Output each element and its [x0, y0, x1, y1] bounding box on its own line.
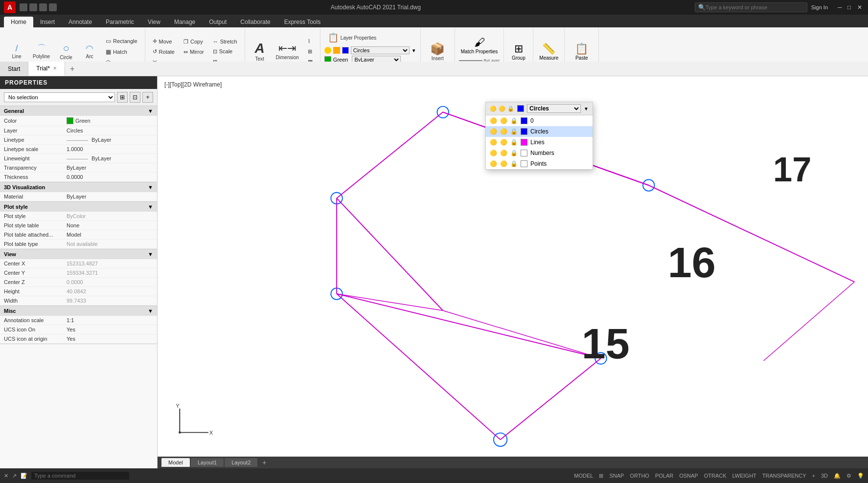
- table-btn[interactable]: ⊞: [304, 47, 316, 56]
- section-view-header[interactable]: View ▼: [0, 249, 157, 259]
- tab-insert[interactable]: Insert: [33, 17, 62, 27]
- plot-attached-value[interactable]: Model: [64, 230, 157, 239]
- material-value[interactable]: ByLayer: [64, 192, 157, 201]
- maximize-btn[interactable]: □: [847, 4, 854, 11]
- status-x-icon[interactable]: ✕: [4, 473, 8, 479]
- ann-scale-value[interactable]: 1:1: [64, 316, 157, 325]
- osnap-btn[interactable]: OSNAP: [679, 473, 698, 479]
- dimension-btn[interactable]: ⇤⇥ Dimension: [273, 41, 302, 62]
- selection-dropdown[interactable]: No selection: [4, 92, 115, 102]
- measure-btn[interactable]: 📏 Measure: [537, 41, 560, 63]
- circle-btn[interactable]: ○ Circle: [55, 41, 77, 62]
- layout-tab-layout2[interactable]: Layout2: [225, 458, 257, 467]
- tab-home[interactable]: Home: [4, 17, 33, 27]
- layer-dropdown-overlay[interactable]: 🟡 🟡 🔒 Circles ▼ 🟡 🟡 🔒 0 🟡 🟡 🔒 Circles: [485, 102, 593, 170]
- dd-dropdown-arrow[interactable]: ▼: [584, 106, 589, 111]
- scale-btn[interactable]: ⊡ Scale: [209, 47, 241, 56]
- copy-btn[interactable]: ❐ Copy: [180, 37, 207, 46]
- tab-output[interactable]: Output: [202, 17, 233, 27]
- transparency-value[interactable]: ByLayer: [64, 163, 157, 172]
- polyline-btn[interactable]: ⌒ Polyline: [29, 42, 53, 61]
- plot-table-value[interactable]: None: [64, 221, 157, 230]
- toggle-props-btn[interactable]: ⊞: [117, 92, 128, 103]
- rotate-btn[interactable]: ↺ Rotate: [149, 47, 178, 56]
- match-properties-btn[interactable]: 🖌 Match Properties: [459, 34, 500, 56]
- stretch-btn[interactable]: ↔ Stretch: [209, 37, 241, 46]
- color-prop-value[interactable]: Green: [64, 116, 157, 126]
- rectangle-btn[interactable]: ▭ Rectangle: [102, 36, 141, 46]
- layer-select[interactable]: Circles 0 Lines Numbers Points: [351, 46, 410, 54]
- search-input[interactable]: [706, 4, 794, 10]
- tab-annotate[interactable]: Annotate: [62, 17, 99, 27]
- 3d-osmode-btn[interactable]: 3D: [821, 473, 828, 479]
- model-btn[interactable]: MODEL: [574, 473, 593, 479]
- tab-manage[interactable]: Manage: [167, 17, 202, 27]
- quick-select-btn[interactable]: ⊡: [130, 92, 140, 103]
- search-box[interactable]: 🔍: [695, 2, 807, 12]
- layer-prop-value[interactable]: Circles: [64, 126, 157, 135]
- paste-btn[interactable]: 📋 Paste: [573, 41, 590, 63]
- dd-header-select[interactable]: Circles: [527, 104, 581, 113]
- insert-btn[interactable]: 📦 Insert: [427, 40, 448, 63]
- hatch-btn[interactable]: ▦ Hatch: [102, 47, 141, 57]
- centerz-label: Center Z: [0, 278, 64, 286]
- dd-item-numbers[interactable]: 🟡 🟡 🔒 Numbers: [486, 148, 593, 158]
- layout-tab-model[interactable]: Model: [161, 458, 190, 467]
- tab-add-btn[interactable]: +: [65, 63, 79, 75]
- dd-item-lines[interactable]: 🟡 🟡 🔒 Lines: [486, 137, 593, 148]
- ortho-btn[interactable]: ORTHO: [630, 473, 649, 479]
- tab-view[interactable]: View: [141, 17, 167, 27]
- tab-parametric[interactable]: Parametric: [99, 17, 141, 27]
- otrack-btn[interactable]: OTRACK: [704, 473, 727, 479]
- quick-access-btn[interactable]: [20, 3, 27, 11]
- workspace-btn[interactable]: ⚙: [846, 473, 851, 479]
- dd-item-circles[interactable]: 🟡 🟡 🔒 Circles: [486, 126, 593, 137]
- isolate-btn[interactable]: 💡: [857, 473, 864, 479]
- minimize-btn[interactable]: ─: [838, 4, 845, 11]
- transparency-btn[interactable]: TRANSPARENCY: [762, 473, 806, 479]
- thickness-value[interactable]: 0.0000: [64, 173, 157, 181]
- dd-item-0[interactable]: 🟡 🟡 🔒 0: [486, 115, 593, 126]
- tab-trial[interactable]: Trial* ✕: [28, 62, 65, 76]
- ucs-on-value[interactable]: Yes: [64, 325, 157, 334]
- lineweight-value[interactable]: ———— ByLayer: [64, 154, 157, 163]
- lweight-btn[interactable]: LWEIGHT: [732, 473, 756, 479]
- section-general-header[interactable]: General ▼: [0, 106, 157, 116]
- move-btn[interactable]: ✛ Move: [149, 37, 178, 46]
- polar-btn[interactable]: POLAR: [655, 473, 673, 479]
- leader-btn[interactable]: ⌇: [304, 37, 316, 46]
- anno-monitor-btn[interactable]: 🔔: [834, 473, 841, 479]
- command-input[interactable]: [31, 472, 129, 480]
- close-btn[interactable]: ✕: [857, 4, 864, 11]
- new-btn[interactable]: [29, 3, 37, 11]
- snap-btn[interactable]: SNAP: [609, 473, 624, 479]
- tab-express[interactable]: Express Tools: [277, 17, 327, 27]
- group-btn[interactable]: ⊞ Group: [510, 41, 527, 63]
- tab-trial-close[interactable]: ✕: [53, 66, 57, 71]
- ucs-origin-value[interactable]: Yes: [64, 334, 157, 343]
- section-plot-header[interactable]: Plot style ▼: [0, 202, 157, 212]
- status-arrow-icon[interactable]: ↗: [12, 473, 17, 479]
- line-btn[interactable]: / Line: [6, 42, 27, 61]
- grid-btn[interactable]: ⊞: [599, 473, 603, 479]
- save-btn[interactable]: [49, 3, 57, 11]
- arc-btn[interactable]: ◠ Arc: [79, 42, 100, 61]
- layout-tab-add[interactable]: +: [258, 457, 270, 468]
- tab-collaborate[interactable]: Collaborate: [233, 17, 277, 27]
- plot-style-value[interactable]: ByColor: [64, 212, 157, 220]
- layer-properties-btn[interactable]: 📋 Layer Properties: [324, 30, 380, 45]
- open-btn[interactable]: [39, 3, 47, 11]
- linetype-prop-value[interactable]: ———— ByLayer: [64, 135, 157, 144]
- tab-start[interactable]: Start: [0, 62, 28, 76]
- section-misc-header[interactable]: Misc ▼: [0, 306, 157, 316]
- pickadd-btn[interactable]: +: [142, 92, 153, 103]
- linetype-scale-value[interactable]: 1.0000: [64, 145, 157, 154]
- dd-item-points[interactable]: 🟡 🟡 🔒 Points: [486, 158, 593, 169]
- section-3d-header[interactable]: 3D Visualization ▼: [0, 182, 157, 192]
- sign-in-btn[interactable]: Sign In: [811, 4, 828, 10]
- mirror-btn[interactable]: ⇔ Mirror: [180, 47, 207, 57]
- text-btn[interactable]: A Text: [249, 40, 271, 64]
- layout-tab-layout1[interactable]: Layout1: [191, 458, 224, 467]
- sel-cycling-btn[interactable]: +: [812, 473, 815, 479]
- layer-dropdown-arrow[interactable]: ▼: [411, 48, 416, 53]
